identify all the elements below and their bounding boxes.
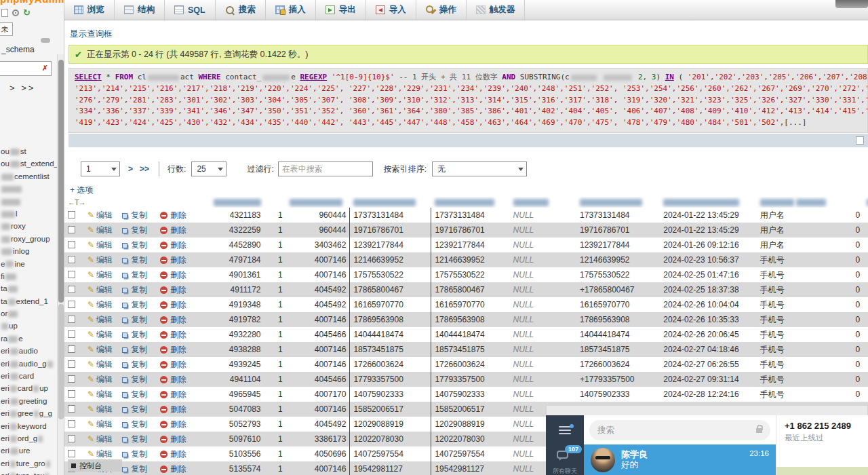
copy-button[interactable]: 复制	[122, 419, 147, 429]
options-toggle-link[interactable]: + 选项	[70, 185, 93, 196]
row-checkbox[interactable]	[68, 375, 75, 383]
row-checkbox[interactable]	[68, 435, 75, 442]
console-toggle-bar[interactable]: 控制台	[68, 459, 122, 472]
copy-button[interactable]: 复制	[122, 390, 147, 399]
edit-button[interactable]: ✎编辑	[87, 449, 113, 459]
tab-structure[interactable]: 结构	[115, 0, 165, 20]
sidebar-table-item[interactable]: rae	[0, 332, 57, 345]
delete-button[interactable]: 删除	[160, 390, 186, 399]
sidebar-table-item[interactable]: eriaudio_g	[0, 358, 57, 370]
sidebar-table-item[interactable]: erikeyword	[0, 420, 57, 432]
sidebar-table-item[interactable]: oust	[0, 145, 57, 157]
delete-button[interactable]: 删除	[160, 210, 186, 220]
database-schema-label[interactable]: _schema	[1, 45, 35, 54]
sidebar-table-item[interactable]: fi	[0, 270, 57, 282]
home-icon[interactable]	[1, 9, 8, 17]
last-page-button[interactable]: >>	[140, 164, 149, 174]
sidebar-table-item[interactable]: eriure	[0, 444, 57, 457]
row-checkbox[interactable]	[68, 256, 75, 263]
edit-button[interactable]: ✎编辑	[87, 330, 113, 339]
edit-button[interactable]: ✎编辑	[87, 300, 113, 309]
copy-button[interactable]: 复制	[122, 270, 147, 280]
row-checkbox[interactable]	[68, 450, 75, 457]
copy-button[interactable]: 复制	[122, 464, 147, 474]
filter-rows-input[interactable]: 在表中搜索	[278, 162, 373, 176]
refresh-icon[interactable]: ↻	[23, 8, 31, 17]
delete-button[interactable]: 删除	[160, 255, 186, 265]
edit-button[interactable]: ✎编辑	[87, 255, 113, 265]
sidebar-table-item[interactable]: roxy	[0, 220, 57, 232]
row-checkbox[interactable]	[68, 330, 75, 338]
copy-button[interactable]: 复制	[122, 210, 147, 220]
row-checkbox[interactable]	[68, 301, 75, 308]
row-checkbox[interactable]	[68, 390, 75, 398]
tab-browse[interactable]: 浏览	[64, 0, 115, 20]
show-query-box-link[interactable]: 显示查询框	[70, 28, 113, 40]
edit-button[interactable]: ✎编辑	[87, 210, 113, 220]
edit-button[interactable]: ✎编辑	[87, 285, 113, 294]
edit-button[interactable]: ✎编辑	[87, 225, 113, 235]
delete-button[interactable]: 删除	[160, 270, 186, 280]
sidebar-table-item[interactable]: erigreeting	[0, 395, 57, 407]
delete-button[interactable]: 删除	[160, 404, 186, 414]
sidebar-table-item[interactable]: eriture_gro	[0, 457, 57, 470]
delete-button[interactable]: 删除	[160, 434, 186, 444]
copy-button[interactable]: 复制	[122, 240, 147, 250]
tab-sql[interactable]: SQL	[165, 0, 216, 20]
tab-import[interactable]: 导入	[366, 0, 416, 20]
sort-arrows[interactable]: ←T→	[68, 198, 85, 206]
row-checkbox[interactable]	[68, 226, 75, 233]
sort-index-select[interactable]: 无	[432, 162, 527, 176]
page-select[interactable]: 1	[81, 162, 120, 176]
delete-button[interactable]: 删除	[160, 240, 186, 250]
sidebar-table-item[interactable]: l	[0, 208, 57, 220]
tab-ops[interactable]: 操作	[416, 0, 467, 20]
copy-button[interactable]: 复制	[122, 285, 147, 294]
copy-button[interactable]: 复制	[122, 449, 147, 459]
strip-checkbox[interactable]	[856, 136, 864, 145]
chat-window-titlebar[interactable]	[546, 405, 868, 415]
edit-button[interactable]: ✎编辑	[87, 345, 113, 354]
sidebar-table-item[interactable]: ericard	[0, 370, 57, 382]
next-page-button[interactable]: >	[128, 164, 133, 174]
row-checkbox[interactable]	[68, 345, 75, 353]
delete-button[interactable]: 删除	[160, 449, 186, 459]
sidebar-table-item[interactable]: roxy_group	[0, 233, 57, 245]
row-checkbox[interactable]	[68, 286, 75, 293]
copy-button[interactable]: 复制	[122, 375, 147, 384]
sidebar-table-item[interactable]: erigreeg_g	[0, 407, 57, 419]
sidebar-filter-button[interactable]: 未	[0, 22, 13, 36]
chat-list-item-selected[interactable]: 陈学良 好的 23:16	[584, 444, 776, 475]
delete-button[interactable]: 删除	[160, 285, 186, 294]
edit-button[interactable]: ✎编辑	[87, 240, 113, 250]
sidebar-scrollbar[interactable]	[57, 54, 64, 475]
delete-button[interactable]: 删除	[160, 225, 186, 235]
scrollbar-thumb[interactable]	[58, 60, 64, 303]
sidebar-table-item[interactable]: inlog	[0, 245, 57, 257]
row-checkbox[interactable]	[68, 271, 75, 278]
row-checkbox[interactable]	[68, 420, 75, 428]
sidebar-table-item[interactable]: eriture_tex	[0, 470, 57, 475]
sidebar-table-item[interactable]: ericardup	[0, 382, 57, 394]
row-checkbox[interactable]	[68, 211, 75, 218]
row-checkbox[interactable]	[68, 405, 75, 413]
copy-button[interactable]: 复制	[122, 315, 147, 324]
table-search-input[interactable]: ✗	[0, 61, 52, 76]
edit-button[interactable]: ✎编辑	[87, 390, 113, 399]
copy-button[interactable]: 复制	[122, 225, 147, 235]
delete-button[interactable]: 删除	[160, 330, 186, 339]
sidebar-table-item[interactable]: eine	[0, 258, 57, 270]
sidebar-table-item[interactable]	[0, 183, 57, 195]
edit-button[interactable]: ✎编辑	[87, 360, 113, 369]
copy-button[interactable]: 复制	[122, 404, 147, 414]
edit-button[interactable]: ✎编辑	[87, 270, 113, 280]
clear-search-icon[interactable]: ✗	[42, 64, 48, 73]
edit-button[interactable]: ✎编辑	[87, 375, 113, 384]
sidebar-table-item[interactable]: eriaudio	[0, 345, 57, 357]
delete-button[interactable]: 删除	[160, 300, 186, 309]
menu-hamburger-icon[interactable]	[559, 426, 571, 436]
delete-button[interactable]: 删除	[160, 360, 186, 369]
sidebar-table-item[interactable]: cementlist	[0, 170, 57, 183]
copy-button[interactable]: 复制	[122, 345, 147, 354]
edit-button[interactable]: ✎编辑	[87, 419, 113, 429]
